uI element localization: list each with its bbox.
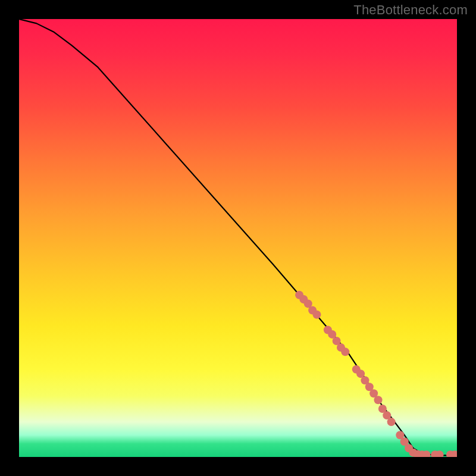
highlighted-markers	[295, 291, 457, 457]
marker-dot	[312, 311, 321, 319]
plot-area	[19, 19, 457, 457]
curve-layer	[19, 19, 457, 457]
marker-dot	[341, 347, 349, 356]
marker-dot	[374, 396, 383, 404]
chart-frame: TheBottleneck.com	[0, 0, 476, 476]
watermark-text: TheBottleneck.com	[353, 2, 468, 18]
trend-curve	[19, 19, 457, 456]
marker-dot	[387, 418, 396, 426]
